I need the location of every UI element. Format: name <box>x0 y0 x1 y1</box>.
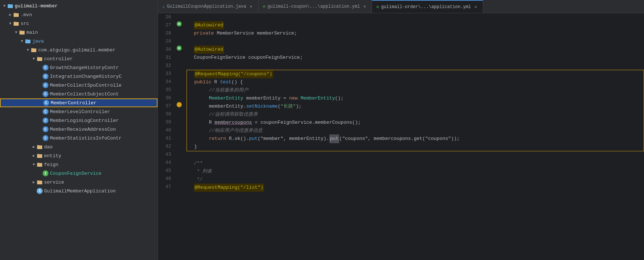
leaf-spacer <box>37 73 43 79</box>
svg-rect-15 <box>37 145 39 146</box>
tab-close-button[interactable]: ✕ <box>362 4 367 9</box>
comment-45: * 列表 <box>194 167 212 176</box>
annotation-requestmapping: @RequestMapping("/coupons") <box>194 70 273 78</box>
leaf-spacer <box>37 170 43 176</box>
expand-arrow <box>7 12 13 18</box>
sidebar-item-com[interactable]: com.atguigu.gulimall.member <box>0 46 158 54</box>
annotation-autowired: @Autowired <box>194 21 224 29</box>
sidebar-item-main[interactable]: main <box>0 28 158 37</box>
sidebar-item-label: main <box>26 30 38 35</box>
expand-arrow <box>31 179 37 185</box>
sidebar-item-label: GrowthChangeHistoryContr <box>50 65 119 71</box>
line-num-39: 39 <box>159 118 173 126</box>
sidebar-item-MemberCollectSpuControlle[interactable]: C MemberCollectSpuControlle <box>0 81 158 90</box>
sidebar-item-IntegrationChangeHistoryC[interactable]: C IntegrationChangeHistoryC <box>0 72 158 81</box>
expand-arrow <box>25 47 31 53</box>
code-line-44: /** <box>187 159 644 167</box>
tab-close-button[interactable]: ✕ <box>473 4 478 10</box>
line-num-28: 28 <box>159 29 173 37</box>
gutter-run-27[interactable] <box>177 21 182 26</box>
comment-38: //远程调用获取优惠券 <box>209 111 258 119</box>
sidebar-item-src[interactable]: src <box>0 19 158 28</box>
sidebar-item-feign[interactable]: feign <box>0 160 158 169</box>
gutter-run-30[interactable] <box>177 46 182 51</box>
sidebar-item-GrowthChangeHistoryContr[interactable]: C GrowthChangeHistoryContr <box>0 63 158 72</box>
sidebar-item-MemberStatisticsInfoContr[interactable]: C MemberStatisticsInfoContr <box>0 134 158 142</box>
code-editor[interactable]: 26 27 28 29 30 31 32 33 34 35 36 37 38 3… <box>158 13 644 260</box>
sidebar-item-service[interactable]: service <box>0 178 158 187</box>
java-icon: ☕ <box>162 4 165 9</box>
sidebar-item-MemberReceiveAddressCon[interactable]: C MemberReceiveAddressCon <box>0 125 158 134</box>
leaf-spacer <box>31 188 37 194</box>
code-line-35: //当前服务的用户 <box>187 86 644 94</box>
leaf-spacer <box>37 82 43 88</box>
sidebar-item-label: controller <box>44 56 73 62</box>
tab-gulimall-order-yml[interactable]: ⚙ gulimall-order\...\application.yml ✕ <box>372 0 483 13</box>
sidebar-item-gulimall-member[interactable]: gulimall-member <box>0 1 158 10</box>
code-line-34: public R test() { <box>187 78 644 86</box>
code-line-45: * 列表 <box>187 167 644 176</box>
line-num-26: 26 <box>159 13 173 21</box>
sidebar-item-dao[interactable]: dao <box>0 142 158 151</box>
code-line-33: @RequestMapping("/coupons") <box>187 70 644 78</box>
tab-close-button[interactable]: ✕ <box>249 4 254 9</box>
code-line-26 <box>187 13 644 21</box>
sidebar-item-GulimallMemberApplication[interactable]: G GulimallMemberApplication <box>0 187 158 195</box>
tab-label: gulimall-coupon\...\application.yml <box>267 4 360 9</box>
leaf-spacer <box>37 135 43 141</box>
sidebar-item-CouponFeignService[interactable]: I CouponFeignService <box>0 169 158 178</box>
sidebar-item-java[interactable]: java <box>0 37 158 46</box>
gutter-breakpoint-37[interactable] <box>177 102 182 107</box>
comment-44: /** <box>194 159 202 167</box>
folder-icon <box>37 144 43 150</box>
sidebar-item-label: IntegrationChangeHistoryC <box>50 74 122 79</box>
folder-icon <box>13 21 19 26</box>
sidebar-item-mvn[interactable]: .mvn <box>0 10 158 19</box>
tab-GulimallCouponApplication[interactable]: ☕ GulimallCouponApplication.java ✕ <box>158 0 258 13</box>
folder-icon <box>37 179 43 185</box>
code-content[interactable]: @Autowired private MemberService memberS… <box>184 13 644 260</box>
tabs-bar: ☕ GulimallCouponApplication.java ✕ ⚙ gul… <box>158 0 644 13</box>
tab-label: GulimallCouponApplication.java <box>167 4 246 9</box>
sidebar-item-label: MemberLevelController <box>50 109 110 115</box>
leaf-spacer <box>37 100 43 106</box>
folder-icon <box>37 153 43 159</box>
line-num-30: 30 <box>159 46 173 54</box>
leaf-spacer <box>37 118 43 123</box>
sidebar-item-MemberCollectSubjectCont[interactable]: C MemberCollectSubjectCont <box>0 90 158 98</box>
svg-rect-5 <box>14 22 16 23</box>
expand-arrow <box>31 56 37 62</box>
sidebar-item-MemberLoginLogController[interactable]: C MemberLoginLogController <box>0 116 158 125</box>
folder-icon <box>31 47 37 53</box>
line-num-29: 29 <box>159 37 173 46</box>
sidebar-item-controller[interactable]: controller <box>0 54 158 63</box>
tab-label: gulimall-order\...\application.yml <box>381 4 471 10</box>
line-num-37: 37 <box>159 102 173 110</box>
sidebar-item-label: feign <box>44 162 58 167</box>
class-icon: C <box>43 73 48 79</box>
line-num-31: 31 <box>159 54 173 62</box>
folder-icon <box>37 162 43 167</box>
line-num-38: 38 <box>159 110 173 118</box>
sidebar-item-label: MemberLoginLogController <box>50 118 119 123</box>
tab-gulimall-coupon-yml[interactable]: ⚙ gulimall-coupon\...\application.yml ✕ <box>258 0 372 13</box>
sidebar-item-label: MemberReceiveAddressCon <box>50 127 116 132</box>
line-num-33: 33 <box>159 70 173 78</box>
leaf-spacer <box>37 91 43 97</box>
expand-arrow <box>13 29 19 35</box>
code-line-29 <box>187 37 644 46</box>
svg-rect-21 <box>37 180 39 181</box>
line-num-27: 27 <box>159 21 173 29</box>
sidebar-item-entity[interactable]: entity <box>0 151 158 160</box>
code-line-42: } <box>187 143 644 151</box>
sidebar-item-MemberLevelController[interactable]: C MemberLevelController <box>0 107 158 116</box>
leaf-spacer <box>37 126 43 132</box>
svg-rect-11 <box>31 48 33 49</box>
folder-icon <box>19 29 25 35</box>
class-icon: C <box>43 109 48 115</box>
sidebar-item-MemberController[interactable]: C MemberController <box>0 98 158 107</box>
sidebar-item-label: MemberStatisticsInfoContr <box>50 136 122 141</box>
line-num-36: 36 <box>159 94 173 102</box>
class-icon: C <box>43 126 48 132</box>
app-icon: G <box>37 188 43 194</box>
